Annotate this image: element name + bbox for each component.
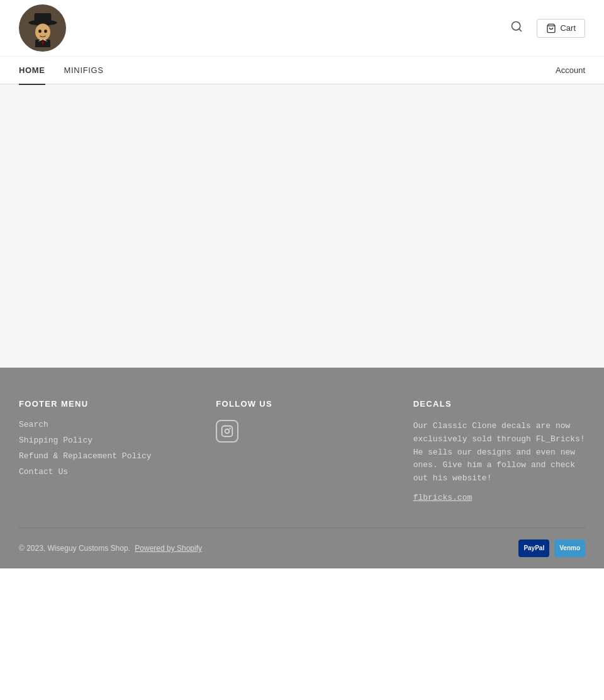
svg-point-14: [230, 428, 230, 429]
svg-line-10: [519, 29, 522, 31]
footer-link-search[interactable]: Search: [19, 420, 191, 429]
powered-by-shopify-link[interactable]: Powered by Shopify: [135, 544, 202, 553]
site-footer: FOOTER MENU Search Shipping Policy Refun…: [0, 368, 604, 568]
footer-menu-col: FOOTER MENU Search Shipping Policy Refun…: [19, 399, 191, 502]
svg-point-13: [225, 429, 230, 434]
header-actions: Cart: [506, 16, 585, 40]
cart-label: Cart: [560, 23, 576, 33]
footer-follow-col: FOLLOW US: [216, 399, 388, 502]
footer-follow-title: FOLLOW US: [216, 399, 388, 409]
footer-copyright: © 2023, Wiseguy Customs Shop. Powered by…: [19, 544, 202, 553]
footer-link-shipping[interactable]: Shipping Policy: [19, 436, 191, 445]
nav-item-home[interactable]: HOME: [19, 57, 45, 84]
nav-item-minifigs[interactable]: MINIFIGS: [64, 57, 104, 84]
footer-decals-body: Our Classic Clone decals are now exclusi…: [413, 420, 585, 485]
flbricks-link[interactable]: flbricks.com: [413, 493, 473, 502]
footer-link-refund[interactable]: Refund & Replacement Policy: [19, 451, 191, 461]
footer-menu-title: FOOTER MENU: [19, 399, 191, 409]
logo-image: [19, 4, 66, 52]
footer-bottom: © 2023, Wiseguy Customs Shop. Powered by…: [19, 528, 585, 568]
paypal-icon: PayPal: [518, 539, 549, 557]
search-icon: [510, 20, 523, 33]
logo-container[interactable]: [19, 4, 66, 52]
venmo-icon: Venmo: [554, 539, 585, 557]
instagram-link[interactable]: [216, 420, 238, 443]
cart-button[interactable]: Cart: [537, 19, 585, 38]
footer-link-contact[interactable]: Contact Us: [19, 467, 191, 477]
footer-decals-col: DECALS Our Classic Clone decals are now …: [413, 399, 585, 502]
svg-point-3: [38, 29, 42, 32]
svg-point-4: [44, 29, 47, 32]
svg-point-2: [35, 23, 50, 40]
main-content: [0, 84, 604, 368]
search-button[interactable]: [506, 16, 527, 40]
payment-icons: PayPal Venmo: [518, 539, 585, 557]
cart-icon: [546, 23, 556, 33]
nav-bar: HOME MINIFIGS Account: [0, 57, 604, 84]
footer-grid: FOOTER MENU Search Shipping Policy Refun…: [19, 399, 585, 528]
logo-svg: [24, 9, 62, 47]
svg-rect-12: [222, 426, 233, 437]
site-header: Cart: [0, 0, 604, 57]
nav-links: HOME MINIFIGS: [19, 57, 104, 84]
footer-decals-title: DECALS: [413, 399, 585, 409]
instagram-icon: [221, 425, 233, 438]
svg-rect-1: [34, 13, 51, 24]
account-link[interactable]: Account: [556, 65, 585, 75]
